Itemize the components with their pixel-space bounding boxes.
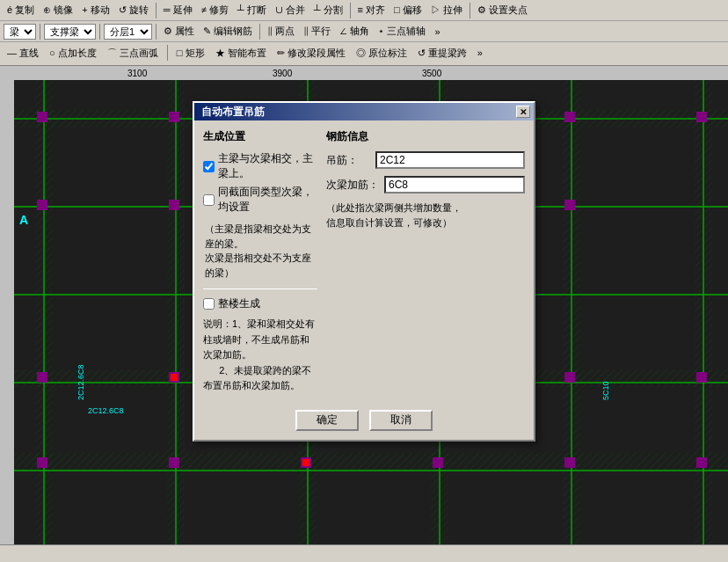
sep8 bbox=[167, 45, 168, 61]
sep5 bbox=[99, 24, 100, 40]
line-btn[interactable]: — 直线 bbox=[4, 46, 42, 61]
note-bottom: 说明：1、梁和梁相交处有柱或墙时，不生成吊筋和次梁加筋。 2、未提取梁跨的梁不布… bbox=[203, 317, 317, 394]
diaojin-input[interactable] bbox=[375, 151, 525, 169]
property-btn[interactable]: ⚙ 属性 bbox=[160, 24, 198, 39]
sep3 bbox=[470, 3, 470, 18]
split-btn[interactable]: ┴ 分割 bbox=[310, 3, 346, 18]
rect-btn[interactable]: □ 矩形 bbox=[173, 46, 208, 61]
dialog-body: 生成位置 主梁与次梁相交，主梁上。 同截面同类型次梁，均设置 （主梁是指梁相交处… bbox=[194, 120, 534, 403]
cancel-button[interactable]: 取消 bbox=[369, 410, 433, 431]
checkbox3-label: 整楼生成 bbox=[218, 296, 260, 311]
checkbox1-item: 主梁与次梁相交，主梁上。 bbox=[203, 151, 317, 181]
layer-select[interactable]: 分层1 bbox=[104, 24, 152, 40]
dialog-columns: 生成位置 主梁与次梁相交，主梁上。 同截面同类型次梁，均设置 （主梁是指梁相交处… bbox=[203, 129, 525, 394]
more-btn[interactable]: » bbox=[431, 26, 443, 38]
checkbox1-input[interactable] bbox=[203, 161, 215, 172]
confirm-button[interactable]: 确定 bbox=[295, 410, 359, 431]
grip-btn[interactable]: ⚙ 设置夹点 bbox=[474, 3, 531, 18]
stretch-btn[interactable]: ▷ 拉伸 bbox=[427, 3, 466, 18]
sep1 bbox=[156, 3, 157, 18]
dialog-footer: 确定 取消 bbox=[194, 403, 534, 440]
mirror-btn[interactable]: ⊕ 镜像 bbox=[40, 3, 76, 18]
dialog-left-column: 生成位置 主梁与次梁相交，主梁上。 同截面同类型次梁，均设置 （主梁是指梁相交处… bbox=[203, 129, 317, 394]
toolbar-row2: 梁 支撑梁 分层1 ⚙ 属性 ✎ 编辑钢筋 ∥ 两点 ∥ 平行 ∠ 轴角 ⋆ 三… bbox=[0, 21, 728, 42]
support-select[interactable]: 支撑梁 bbox=[44, 24, 96, 40]
threepoint-axis-btn[interactable]: ⋆ 三点辅轴 bbox=[375, 24, 429, 39]
diaojin-label: 吊筋： bbox=[326, 153, 370, 168]
checkbox1-label: 主梁与次梁相交，主梁上。 bbox=[218, 151, 317, 181]
align-btn[interactable]: ≡ 对齐 bbox=[354, 3, 389, 18]
copy-btn[interactable]: é 复制 bbox=[4, 3, 38, 18]
statusbar bbox=[0, 544, 728, 562]
ciliangjiajin-field-row: 次梁加筋： bbox=[326, 176, 525, 193]
offset-btn[interactable]: □ 偏移 bbox=[390, 3, 426, 18]
note-right: （此处指次梁两侧共增加数量，信息取自计算设置，可修改） bbox=[326, 201, 525, 230]
repick-span-btn[interactable]: ↺ 重提梁跨 bbox=[414, 46, 470, 61]
toolbar-row3: — 直线 ○ 点加长度 ⌒ 三点画弧 □ 矩形 ★ 智能布置 ✏ 修改梁段属性 … bbox=[0, 42, 728, 63]
whole-floor-section: 整楼生成 bbox=[203, 296, 317, 311]
sep4 bbox=[40, 24, 40, 40]
move-btn[interactable]: + 移动 bbox=[78, 3, 113, 18]
sep7 bbox=[259, 24, 260, 40]
parallel-btn[interactable]: ∥ 平行 bbox=[300, 24, 334, 39]
edit-rebar-btn[interactable]: ✎ 编辑钢筋 bbox=[200, 24, 256, 39]
sep6 bbox=[156, 24, 157, 40]
axis-angle-btn[interactable]: ∠ 轴角 bbox=[336, 24, 373, 39]
trim-btn[interactable]: ≠ 修剪 bbox=[198, 3, 232, 18]
left-section-title: 生成位置 bbox=[203, 129, 317, 144]
ciliangjiajin-input[interactable] bbox=[384, 176, 525, 193]
right-section-title: 钢筋信息 bbox=[326, 129, 525, 144]
note1-text: （主梁是指梁相交处为支座的梁。次梁是指相交处不为支座的梁） bbox=[203, 220, 317, 281]
ciliangjiajin-label: 次梁加筋： bbox=[326, 178, 379, 193]
diaojin-field-row: 吊筋： bbox=[326, 151, 525, 169]
modify-segment-btn[interactable]: ✏ 修改梁段属性 bbox=[273, 46, 349, 61]
checkbox2-item: 同截面同类型次梁，均设置 bbox=[203, 185, 317, 215]
toolbar-row1: é 复制 ⊕ 镜像 + 移动 ↺ 旋转 ═ 延伸 ≠ 修剪 ┴ 打断 ∪ 合并 … bbox=[0, 0, 728, 21]
extend-btn[interactable]: ═ 延伸 bbox=[160, 3, 196, 18]
dialog-right-column: 钢筋信息 吊筋： 次梁加筋： （此处指次梁两侧共增加数量，信息取自计算设置，可修… bbox=[326, 129, 525, 394]
rotate-btn[interactable]: ↺ 旋转 bbox=[115, 3, 152, 18]
dialog-title: 自动布置吊筋 bbox=[201, 105, 265, 120]
more-row3-btn[interactable]: » bbox=[474, 47, 486, 59]
point-extend-btn[interactable]: ○ 点加长度 bbox=[46, 46, 100, 61]
checkbox3-input[interactable] bbox=[203, 298, 215, 310]
smart-place-btn[interactable]: ★ 智能布置 bbox=[212, 46, 270, 61]
sep2 bbox=[350, 3, 351, 18]
checkbox3-item: 整楼生成 bbox=[203, 296, 317, 311]
origin-mark-btn[interactable]: ◎ 原位标注 bbox=[353, 46, 411, 61]
checkbox2-input[interactable] bbox=[203, 194, 215, 206]
checkbox2-label: 同截面同类型次梁，均设置 bbox=[218, 185, 317, 215]
auto-place-stirrup-dialog: 自动布置吊筋 ✕ 生成位置 主梁与次梁相交，主梁上。 同截面同类型次梁，均设置 bbox=[193, 101, 535, 442]
break-btn[interactable]: ┴ 打断 bbox=[234, 3, 270, 18]
arc-btn[interactable]: ⌒ 三点画弧 bbox=[104, 46, 162, 61]
twopoint-btn[interactable]: ∥ 两点 bbox=[264, 24, 298, 39]
dialog-titlebar[interactable]: 自动布置吊筋 ✕ bbox=[194, 103, 534, 120]
element-select[interactable]: 梁 bbox=[4, 24, 36, 40]
dialog-close-button[interactable]: ✕ bbox=[516, 106, 530, 118]
dialog-overlay: 自动布置吊筋 ✕ 生成位置 主梁与次梁相交，主梁上。 同截面同类型次梁，均设置 bbox=[0, 66, 728, 544]
divider bbox=[203, 288, 317, 289]
toolbar-area: é 复制 ⊕ 镜像 + 移动 ↺ 旋转 ═ 延伸 ≠ 修剪 ┴ 打断 ∪ 合并 … bbox=[0, 0, 728, 66]
merge-btn[interactable]: ∪ 合并 bbox=[272, 3, 309, 18]
